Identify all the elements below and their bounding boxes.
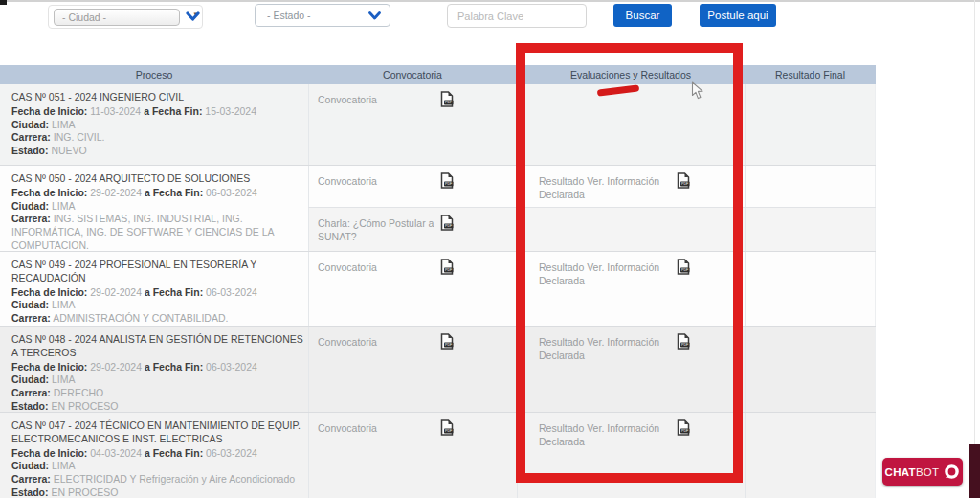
svg-text:PDF: PDF (445, 182, 453, 186)
fecha-inicio-value: 04-03-2024 (90, 447, 142, 459)
proceso-cell: CAS Nº 047 - 2024 TÉCNICO EN MANTENIMIEN… (0, 413, 308, 498)
svg-text:PDF: PDF (445, 224, 453, 228)
fecha-fin-label: a Fecha Fin: (145, 187, 203, 198)
process-title: CAS Nº 048 - 2024 ANALISTA EN GESTIÓN DE… (11, 333, 306, 360)
table-row: CAS Nº 048 - 2024 ANALISTA EN GESTIÓN DE… (0, 326, 876, 412)
pdf-document-icon[interactable]: PDF (439, 91, 455, 107)
estado-value: NUEVO (51, 145, 86, 156)
estado-label: Estado: (11, 145, 49, 156)
pdf-document-icon[interactable]: PDF (439, 215, 455, 231)
table-subrow: Convocatoria PDF PDF (308, 84, 876, 165)
resultado-link-text: Resultado Ver. Información Declarada (539, 336, 668, 362)
ciudad-combobox[interactable]: - Ciudad - ▾ (48, 5, 203, 29)
carrera-value: DERECHO (54, 387, 104, 398)
fecha-fin-label: a Fecha Fin: (145, 286, 203, 298)
ciudad-value[interactable]: - Ciudad - (54, 9, 180, 26)
process-title: CAS Nº 049 - 2024 PROFESIONAL EN TESORER… (11, 259, 306, 285)
ciudad-line: Ciudad: LIMA (11, 374, 306, 387)
table-row: CAS Nº 047 - 2024 TÉCNICO EN MANTENIMIEN… (0, 412, 876, 498)
chevron-down-icon (368, 11, 381, 21)
postule-aqui-button[interactable]: Postule aqui (700, 4, 776, 27)
chatbot-label: CHATBOT (885, 466, 940, 478)
corner-artifact (0, 0, 7, 5)
pdf-document-icon[interactable]: PDF (676, 259, 691, 275)
ciudad-line: Ciudad: LIMA (11, 299, 306, 312)
column-header-evaluaciones: Evaluaciones y Resultados (517, 69, 745, 80)
pdf-document-icon[interactable]: PDF (676, 172, 691, 189)
svg-text:PDF: PDF (445, 268, 453, 272)
fecha-fin-value: 06-03-2024 (206, 361, 257, 373)
ciudad-value: LIMA (52, 374, 76, 385)
fecha-fin-label: a Fecha Fin: (145, 361, 203, 373)
resultado-final-cell (745, 252, 876, 326)
fecha-line: Fecha de Inicio: 29-02-2024 a Fecha Fin:… (11, 361, 306, 374)
row-subcells: Convocatoria PDF Resultado Ver. Informac… (308, 166, 876, 251)
estado-value: EN PROCESO (51, 487, 118, 498)
carrera-line: Carrera: DERECHO (11, 387, 306, 400)
resultado-final-cell (745, 327, 876, 412)
chevron-down-icon[interactable] (186, 11, 200, 23)
fecha-fin-value: 06-03-2024 (206, 447, 257, 459)
row-subcells: Convocatoria PDF Resultado Ver. Informac… (308, 252, 876, 326)
ciudad-value: LIMA (52, 299, 76, 310)
ciudad-label: Ciudad: (11, 299, 49, 310)
fecha-line: Fecha de Inicio: 29-02-2024 a Fecha Fin:… (11, 286, 306, 300)
svg-text:PDF: PDF (681, 268, 689, 272)
convocatoria-cell: Convocatoria PDF (308, 413, 517, 498)
fecha-fin-label: a Fecha Fin: (144, 105, 202, 117)
table-subrow: Convocatoria PDF Resultado Ver. Informac… (308, 413, 876, 498)
evaluaciones-cell: PDF (517, 84, 745, 165)
keyword-input[interactable] (447, 4, 587, 28)
ciudad-label: Ciudad: (11, 374, 49, 385)
fecha-inicio-label: Fecha de Inicio: (11, 286, 87, 298)
chatbot-ring-icon (944, 464, 960, 480)
pdf-document-icon[interactable]: PDF (439, 172, 455, 189)
convocatoria-cell: Charla: ¿Cómo Postular a SUNAT? PDF (308, 208, 517, 251)
fecha-inicio-value: 29-02-2024 (90, 361, 142, 373)
pdf-document-icon[interactable]: PDF (439, 333, 455, 350)
proceso-cell: CAS Nº 050 - 2024 ARQUITECTO DE SOLUCION… (0, 166, 308, 251)
pdf-document-icon[interactable]: PDF (439, 419, 455, 436)
estado-value: EN PROCESO (51, 400, 118, 412)
estado-select[interactable]: - Estado - (255, 4, 390, 27)
fecha-inicio-label: Fecha de Inicio: (11, 447, 87, 459)
convocatoria-cell: Convocatoria PDF (308, 84, 517, 165)
carrera-value: ING. SISTEMAS, ING. INDUSTRIAL, ING. INF… (11, 213, 274, 251)
pdf-document-icon[interactable]: PDF (439, 259, 455, 275)
convocatoria-cell: Convocatoria PDF (308, 252, 517, 326)
ciudad-value: LIMA (52, 119, 76, 130)
ciudad-label: Ciudad: (11, 119, 49, 130)
fecha-fin-value: 06-03-2024 (206, 286, 257, 298)
pdf-document-icon[interactable]: PDF (676, 419, 691, 436)
chatbot-button[interactable]: CHATBOT (882, 458, 963, 486)
fecha-fin-label: a Fecha Fin: (145, 447, 203, 459)
ciudad-value: LIMA (52, 200, 76, 212)
column-header-proceso: Proceso (0, 69, 308, 80)
carrera-label: Carrera: (11, 213, 51, 224)
proceso-cell: CAS Nº 048 - 2024 ANALISTA EN GESTIÓN DE… (0, 327, 308, 412)
process-title: CAS Nº 047 - 2024 TÉCNICO EN MANTENIMIEN… (11, 419, 306, 446)
resultado-link-text: Resultado Ver. Información Declarada (539, 261, 668, 287)
estado-label: Estado: (11, 487, 49, 498)
pdf-document-icon[interactable]: PDF (676, 333, 691, 350)
convocatoria-link-text: Convocatoria (318, 336, 434, 350)
table-header: Proceso Convocatoria Evaluaciones y Resu… (0, 65, 876, 84)
page-right-border (974, 0, 975, 446)
fecha-inicio-label: Fecha de Inicio: (11, 361, 87, 373)
row-subcells: Convocatoria PDF Resultado Ver. Informac… (308, 327, 876, 412)
fecha-line: Fecha de Inicio: 29-02-2024 a Fecha Fin:… (11, 187, 306, 200)
resultado-final-cell (745, 166, 876, 207)
fecha-inicio-label: Fecha de Inicio: (11, 187, 87, 198)
fecha-line: Fecha de Inicio: 04-03-2024 a Fecha Fin:… (11, 447, 306, 461)
row-subcells: Convocatoria PDF Resultado Ver. Informac… (308, 413, 876, 498)
fecha-fin-value: 15-03-2024 (205, 105, 256, 117)
resultado-link-text: Resultado Ver. Información Declarada (539, 422, 668, 448)
convocatoria-link-text: Convocatoria (318, 175, 434, 189)
convocatoria-link-text: Convocatoria (318, 261, 434, 275)
fecha-inicio-label: Fecha de Inicio: (11, 105, 87, 117)
estado-label: Estado: (11, 400, 49, 412)
process-title: CAS Nº 050 - 2024 ARQUITECTO DE SOLUCION… (11, 172, 306, 186)
svg-text:PDF: PDF (445, 101, 453, 104)
buscar-button[interactable]: Buscar (613, 4, 672, 27)
ciudad-line: Ciudad: LIMA (11, 200, 306, 214)
